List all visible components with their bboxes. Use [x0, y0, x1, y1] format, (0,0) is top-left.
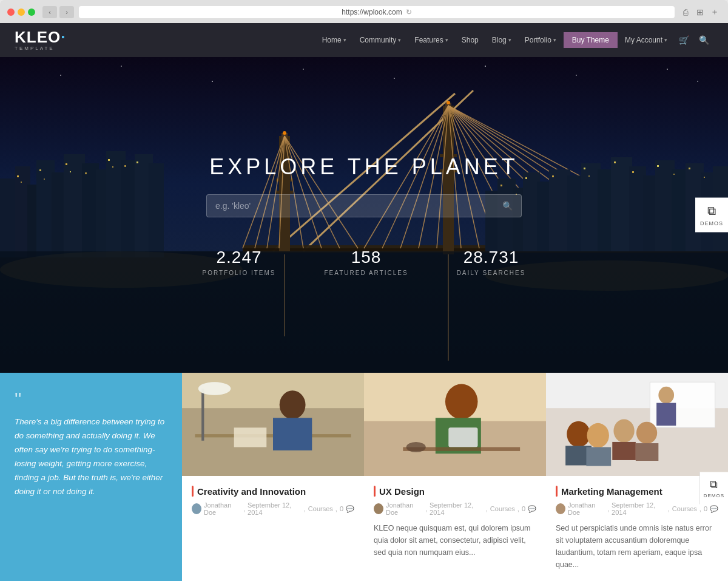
nav-blog[interactable]: Blog ▾: [486, 32, 517, 48]
svg-rect-16: [39, 169, 41, 171]
author-avatar: [374, 503, 383, 514]
title-border-accent: [192, 486, 194, 497]
svg-rect-135: [636, 443, 659, 461]
new-tab-button[interactable]: ⊞: [694, 6, 706, 18]
svg-point-103: [485, 66, 486, 67]
card-marketing-excerpt: Sed ut perspiciatis unde omnis iste natu…: [556, 522, 718, 571]
card-ux-image: [364, 373, 546, 476]
svg-rect-131: [612, 442, 636, 460]
card-ux-title: UX Design: [374, 486, 536, 497]
demos-button-hero[interactable]: ⧉ DEMOS: [695, 198, 728, 233]
card-marketing-meta: Jonathan Doe, September 12, 2014, Course…: [556, 501, 718, 516]
svg-point-99: [121, 66, 122, 67]
svg-rect-87: [614, 161, 616, 163]
close-dot[interactable]: [7, 8, 15, 16]
nav-shop[interactable]: Shop: [456, 32, 485, 48]
quote-card: " There's a big difference between tryin…: [0, 373, 182, 581]
share-button[interactable]: ⎙: [679, 6, 692, 18]
comment-icon: 💬: [346, 505, 354, 513]
card-ux-excerpt: KLEO neque quisquam est, qui dolorem ips…: [374, 522, 536, 559]
stat-searches-number: 28.731: [457, 248, 526, 267]
svg-point-130: [613, 419, 634, 443]
svg-point-134: [636, 422, 657, 444]
svg-rect-85: [584, 168, 585, 169]
svg-point-102: [394, 78, 395, 79]
svg-point-113: [280, 390, 306, 419]
svg-point-122: [406, 442, 426, 452]
svg-rect-73: [611, 157, 632, 251]
search-icon[interactable]: 🔍: [695, 32, 713, 49]
svg-point-105: [667, 69, 668, 70]
svg-point-106: [697, 81, 698, 82]
logo-subtitle: TEMPLATE: [15, 46, 66, 51]
svg-point-126: [658, 387, 674, 404]
browser-dots: [7, 8, 35, 16]
nav-buy-theme[interactable]: Buy Theme: [564, 32, 618, 48]
svg-rect-77: [672, 169, 688, 251]
demos-button-content[interactable]: ⧉ DEMOS: [699, 472, 728, 504]
search-bar[interactable]: 🔍: [206, 194, 522, 217]
svg-rect-127: [656, 403, 676, 426]
svg-point-112: [198, 382, 231, 395]
stat-portfolio: 2.247 PORTFOLIO ITEMS: [203, 248, 276, 276]
card-creativity: Creativity and Innovation Jonathan Doe, …: [182, 373, 364, 581]
layers-icon: ⧉: [710, 478, 718, 491]
add-button[interactable]: ＋: [709, 6, 721, 18]
svg-rect-92: [704, 177, 705, 178]
card-ux-design: UX Design Jonathan Doe, September 12, 20…: [364, 373, 546, 581]
hero-content: EXPLORE THE PLANET 🔍: [206, 154, 522, 217]
svg-point-100: [212, 81, 213, 82]
maximize-dot[interactable]: [28, 8, 35, 16]
url-text: https://wplook.com: [342, 8, 402, 16]
svg-point-118: [445, 384, 478, 420]
chevron-down-icon: ▾: [343, 37, 346, 43]
logo-text: KLEO·: [15, 29, 66, 45]
chevron-down-icon: ▾: [445, 37, 448, 43]
svg-point-38: [447, 101, 450, 104]
svg-rect-69: [549, 169, 570, 251]
card-ux-body: UX Design Jonathan Doe, September 12, 20…: [364, 476, 546, 568]
forward-button[interactable]: ›: [59, 6, 74, 18]
svg-rect-7: [64, 154, 85, 257]
logo[interactable]: KLEO· TEMPLATE: [15, 29, 66, 51]
svg-rect-23: [124, 165, 126, 167]
card-creativity-meta: Jonathan Doe, September 12, 2014, Course…: [192, 501, 354, 516]
title-border-accent: [374, 486, 376, 497]
search-input[interactable]: [215, 201, 502, 211]
svg-point-33: [283, 131, 286, 135]
demos-label-content: DEMOS: [704, 492, 724, 498]
hero-section: ⧉ DEMOS EXPLORE THE PLANET 🔍 2.247 PORTF…: [0, 57, 728, 373]
main-nav: Home ▾ Community ▾ Features ▾ Shop Blog …: [316, 32, 713, 49]
nav-my-account[interactable]: My Account ▾: [619, 32, 673, 48]
svg-rect-19: [70, 171, 71, 172]
browser-actions: ⎙ ⊞ ＋: [679, 6, 721, 18]
svg-rect-18: [66, 163, 67, 165]
quote-mark-icon: ": [15, 390, 167, 409]
svg-rect-88: [632, 171, 634, 173]
nav-features[interactable]: Features ▾: [408, 32, 454, 48]
back-button[interactable]: ‹: [42, 6, 57, 18]
card-marketing-title: Marketing Management: [556, 486, 718, 497]
title-border-accent: [556, 486, 558, 497]
chevron-down-icon: ▾: [553, 37, 556, 43]
stat-portfolio-label: PORTFOLIO ITEMS: [203, 270, 276, 276]
quote-text: There's a big difference between trying …: [15, 415, 167, 499]
search-icon[interactable]: 🔍: [502, 201, 513, 211]
nav-community[interactable]: Community ▾: [354, 32, 408, 48]
nav-portfolio[interactable]: Portfolio ▾: [519, 32, 562, 48]
site-header: KLEO· TEMPLATE Home ▾ Community ▾ Featur…: [0, 23, 728, 57]
stat-portfolio-number: 2.247: [203, 248, 276, 267]
comment-icon: 💬: [528, 505, 536, 513]
card-marketing-image: [546, 373, 728, 476]
cart-icon[interactable]: 🛒: [675, 32, 693, 49]
address-bar[interactable]: https://wplook.com ↻: [79, 6, 675, 18]
stat-articles-label: FEATURED ARTICLES: [325, 270, 408, 276]
hero-title: EXPLORE THE PLANET: [206, 154, 522, 180]
layers-icon: ⧉: [707, 204, 716, 218]
svg-rect-120: [448, 427, 477, 447]
svg-point-104: [576, 75, 577, 76]
nav-home[interactable]: Home ▾: [316, 32, 352, 48]
card-marketing: Marketing Management Jonathan Doe, Septe…: [546, 373, 728, 581]
minimize-dot[interactable]: [18, 8, 25, 16]
hero-stats: 2.247 PORTFOLIO ITEMS 158 FEATURED ARTIC…: [203, 248, 526, 276]
